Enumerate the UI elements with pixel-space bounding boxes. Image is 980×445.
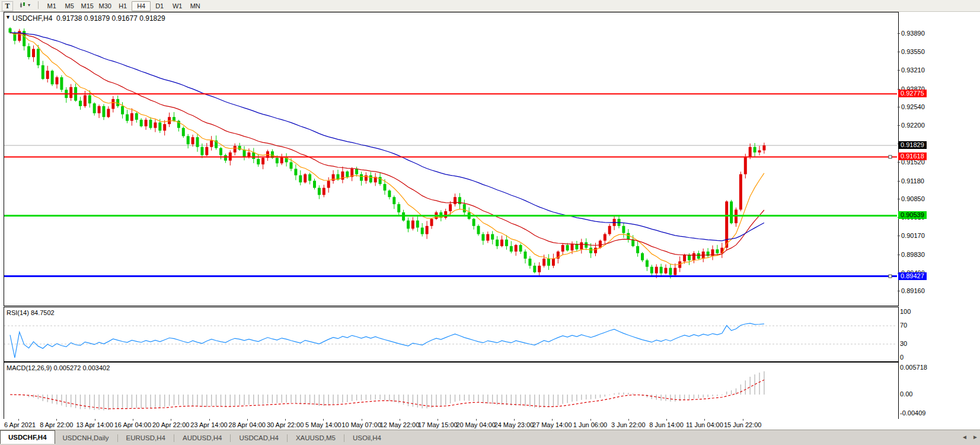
time-axis-label: 12 May 22:00 (380, 421, 420, 428)
timeframe-button-m30[interactable]: M30 (96, 2, 114, 11)
time-tick-mark (400, 419, 400, 421)
time-axis-label: 10 May 07:00 (341, 421, 381, 428)
tab-divider (117, 434, 118, 442)
timeframe-button-m5[interactable]: M5 (60, 2, 78, 11)
macd-indicator-pane[interactable]: MACD(12,26,9) 0.005272 0.003402 (4, 362, 899, 420)
chart-tab-usdcad[interactable]: USDCAD,H4 (231, 432, 286, 444)
time-tick-mark (743, 419, 743, 421)
macd-axis-label: 0.00 (900, 390, 912, 398)
price-tick-mark (898, 125, 900, 126)
timeframe-button-m15[interactable]: M15 (78, 2, 96, 11)
hline-price-badge: 0.90539 (898, 211, 927, 219)
chart-tab-eurusd[interactable]: EURUSD,H4 (119, 432, 173, 444)
rsi-canvas[interactable] (4, 307, 897, 360)
rsi-axis-label: 0 (900, 354, 904, 361)
price-tick-mark (898, 291, 900, 291)
time-tick-mark (285, 419, 286, 421)
price-tick-mark (898, 33, 900, 34)
chart-tab-usoil[interactable]: USOil,H4 (345, 432, 389, 444)
timeframe-button-d1[interactable]: D1 (151, 2, 168, 11)
time-tick-mark (247, 419, 248, 421)
chart-tab-bar: USDCHF,H4USDCNH,DailyEURUSD,H4AUDUSD,H4U… (0, 430, 980, 445)
price-tick-label: 0.93890 (901, 30, 925, 37)
hline-price-badge: 0.91618 (898, 152, 927, 160)
price-tick-label: 0.90850 (901, 195, 925, 202)
time-axis-label: 30 Apr 22:00 (267, 421, 304, 428)
macd-axis-label: -0.00409 (900, 409, 925, 417)
time-tick-mark (438, 419, 438, 421)
quick-trade-arrow-icon[interactable]: ▼ (5, 14, 11, 20)
rsi-axis-label: 30 (900, 340, 907, 347)
macd-canvas[interactable] (4, 363, 897, 418)
tab-scroll-left-icon[interactable]: ◄ (962, 434, 968, 440)
time-tick-mark (666, 419, 667, 421)
price-tick-mark (898, 181, 900, 182)
chart-tab-xauusd[interactable]: XAUUSD,M5 (288, 432, 343, 444)
chart-tab-usdcnh[interactable]: USDCNH,Daily (55, 432, 117, 444)
rsi-label: RSI(14) 84.7502 (7, 309, 55, 316)
timeframe-button-w1[interactable]: W1 (168, 2, 186, 11)
timeframe-button-h1[interactable]: H1 (114, 2, 132, 11)
time-axis-label: 20 May 04:00 (456, 421, 496, 428)
time-tick-mark (590, 419, 591, 421)
time-axis-label: 15 Jun 22:00 (724, 421, 762, 428)
timeframe-button-m1[interactable]: M1 (43, 2, 60, 11)
price-tick-label: 0.93550 (901, 48, 925, 55)
timeframe-button-mn[interactable]: MN (186, 2, 204, 11)
ohlc-low: 0.91677 (111, 14, 137, 23)
time-axis[interactable]: 6 Apr 20218 Apr 22:0013 Apr 14:0016 Apr … (4, 419, 980, 430)
time-tick-mark (209, 419, 210, 421)
price-tick-label: 0.93210 (901, 66, 925, 74)
price-tick-label: 0.89160 (901, 287, 925, 294)
time-tick-mark (133, 419, 133, 421)
macd-label: MACD(12,26,9) 0.005272 0.003402 (7, 364, 110, 371)
price-tick-label: 0.92540 (901, 103, 925, 110)
time-tick-mark (628, 419, 629, 421)
rsi-indicator-pane[interactable]: RSI(14) 84.7502 (4, 307, 899, 362)
tab-divider (287, 434, 288, 442)
time-axis-label: 24 May 23:00 (494, 421, 534, 428)
hline-price-badge: 0.89427 (898, 272, 927, 280)
price-tick-mark (898, 199, 900, 199)
timeframe-button-group: M1M5M15M30H1H4D1W1MN (43, 2, 204, 9)
price-tick-mark (898, 255, 900, 255)
price-tick-mark (898, 52, 900, 52)
time-axis-label: 13 Apr 14:00 (76, 421, 113, 428)
time-tick-mark (552, 419, 553, 421)
price-tick-mark (898, 107, 900, 107)
macd-axis-label: 0.005718 (900, 364, 927, 371)
time-axis-label: 1 Jun 06:00 (573, 421, 608, 428)
chart-tab-audusd[interactable]: AUDUSD,H4 (175, 432, 229, 444)
time-axis-label: 8 Apr 22:00 (40, 421, 73, 428)
time-axis-label: 5 May 14:00 (305, 421, 341, 428)
text-tool-button[interactable]: T (2, 1, 13, 11)
current-price-badge: 0.91829 (898, 141, 927, 149)
time-tick-mark (362, 419, 362, 421)
ohlc-close: 0.91829 (139, 14, 165, 23)
toolbar-separator (38, 1, 39, 9)
chart-tab-usdchf[interactable]: USDCHF,H4 (0, 430, 55, 444)
time-tick-mark (56, 419, 57, 421)
time-axis-label: 28 Apr 04:00 (229, 421, 266, 428)
price-tick-label: 0.89830 (901, 251, 925, 258)
timeframe-button-h4[interactable]: H4 (132, 1, 151, 11)
price-tick-mark (898, 236, 900, 236)
objects-dropdown-button[interactable]: ▾ (17, 1, 33, 9)
tab-divider (344, 434, 344, 442)
main-chart-pane[interactable]: ▼ USDCHF,H4 0.91738 0.91879 0.91677 0.91… (4, 12, 899, 306)
time-axis-label: 11 Jun 04:00 (686, 421, 723, 428)
time-tick-mark (514, 419, 515, 421)
rsi-axis-label: 100 (900, 308, 911, 315)
candles-icon (20, 2, 27, 8)
ohlc-open: 0.91738 (56, 14, 82, 23)
time-axis-label: 8 Jun 14:00 (649, 421, 684, 428)
time-axis-label: 17 May 15:00 (418, 421, 458, 428)
tab-scroll-right-icon[interactable]: ► (972, 434, 978, 440)
chart-symbol-period: USDCHF,H4 (12, 14, 52, 23)
price-tick-mark (898, 162, 900, 163)
main-chart-canvas[interactable] (4, 12, 897, 304)
chevron-down-icon: ▾ (28, 2, 30, 8)
price-tick-label: 0.90170 (901, 232, 925, 239)
time-axis-label: 6 Apr 2021 (4, 421, 36, 428)
time-axis-label: 27 May 14:00 (532, 421, 572, 428)
